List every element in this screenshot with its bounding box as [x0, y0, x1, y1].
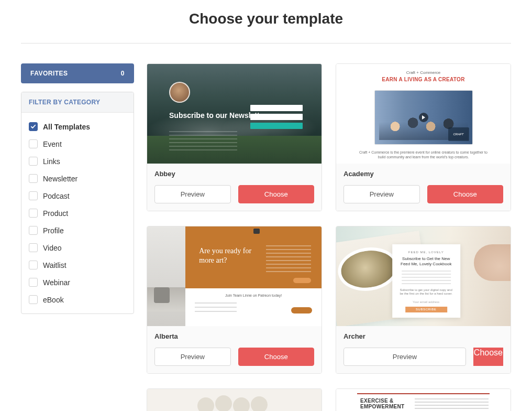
checkbox-icon: [29, 122, 38, 131]
thumb-headline: EXERCISE & EMPOWERMENT: [360, 398, 404, 409]
filter-panel: FILTER BY CATEGORY All Templates Event: [21, 92, 134, 314]
thumb-subtext: Subscribe to get your digital copy and b…: [398, 288, 454, 296]
page-title: Choose your template: [21, 0, 511, 43]
filter-product[interactable]: Product: [29, 207, 126, 220]
thumb-headline: Subscribe to Get the New Feed Me, Lovely…: [398, 256, 454, 266]
thumb-kicker: Craft + Commerce: [336, 70, 511, 75]
filter-links[interactable]: Links: [29, 155, 126, 168]
filter-ebook[interactable]: eBook: [29, 293, 126, 306]
filter-all-templates[interactable]: All Templates: [29, 120, 126, 133]
checkbox-icon: [29, 295, 38, 304]
filter-event[interactable]: Event: [29, 137, 126, 150]
filter-label: Newsletter: [43, 175, 77, 183]
thumb-subtitle: Join Team Linne on Patreon today!: [195, 294, 312, 297]
template-card-partial-right: EXERCISE & EMPOWERMENT: [336, 388, 511, 411]
thumb-email-label: Your email address: [398, 300, 454, 304]
preview-button[interactable]: Preview: [154, 348, 231, 366]
filter-label: Podcast: [43, 192, 70, 200]
preview-button[interactable]: Preview: [154, 185, 231, 203]
template-name: Abbey: [154, 170, 314, 178]
filter-label: Event: [43, 140, 62, 148]
sidebar: FAVORITES 0 FILTER BY CATEGORY All Templ…: [21, 63, 134, 314]
divider: [21, 43, 511, 44]
filter-podcast[interactable]: Podcast: [29, 189, 126, 202]
template-thumbnail[interactable]: Are you ready for more art? Join Team Li…: [147, 226, 322, 326]
preview-button[interactable]: Preview: [343, 348, 466, 366]
template-name: Academy: [343, 170, 503, 178]
thumb-brand: FEED ME, LOVELY: [398, 251, 454, 254]
favorites-tab[interactable]: FAVORITES 0: [21, 63, 134, 83]
choose-button[interactable]: Choose: [238, 185, 315, 203]
template-name: Alberta: [154, 332, 314, 340]
checkbox-icon: [29, 261, 38, 269]
template-thumbnail[interactable]: FEED ME, LOVELY Subscribe to Get the New…: [336, 226, 511, 326]
checkbox-icon: [29, 139, 38, 148]
thumb-title: EARN A LIVING AS A CREATOR: [336, 77, 511, 82]
checkbox-icon: [29, 226, 38, 235]
template-thumbnail[interactable]: Subscribe to our Newsletter: [147, 64, 322, 164]
filter-label: Webinar: [43, 278, 70, 287]
thumb-caption: Craft + Commerce is the premiere event f…: [357, 150, 490, 159]
preview-button[interactable]: Preview: [343, 185, 420, 203]
choose-button[interactable]: Choose: [427, 185, 504, 203]
choose-button[interactable]: Choose: [238, 348, 315, 366]
filter-label: Links: [43, 157, 60, 166]
checkbox-icon: [29, 191, 38, 200]
filter-label: Product: [43, 209, 68, 218]
choose-button[interactable]: Choose: [473, 348, 503, 366]
filter-newsletter[interactable]: Newsletter: [29, 172, 126, 185]
play-icon: [419, 113, 428, 122]
template-thumbnail[interactable]: Craft + Commerce EARN A LIVING AS A CREA…: [336, 64, 511, 164]
favorites-count: 0: [121, 70, 125, 77]
checkbox-icon: [29, 278, 38, 287]
filter-label: eBook: [43, 296, 64, 304]
filter-profile[interactable]: Profile: [29, 224, 126, 237]
checkbox-icon: [29, 157, 38, 166]
filter-video[interactable]: Video: [29, 241, 126, 254]
avatar-icon: [169, 82, 190, 103]
filter-header: FILTER BY CATEGORY: [21, 92, 134, 113]
template-thumbnail[interactable]: EXERCISE & EMPOWERMENT: [336, 389, 511, 411]
filter-waitlist[interactable]: Waitlist: [29, 258, 126, 272]
filter-list: All Templates Event Links Newsletter: [21, 113, 134, 313]
favorites-label: FAVORITES: [30, 70, 68, 77]
filter-label: Waitlist: [43, 261, 66, 269]
template-card-archer: FEED ME, LOVELY Subscribe to Get the New…: [336, 226, 511, 374]
checkbox-icon: [29, 243, 38, 252]
template-thumbnail[interactable]: [147, 389, 322, 411]
filter-webinar[interactable]: Webinar: [29, 276, 126, 289]
thumb-headline: Are you ready for more art?: [199, 246, 257, 265]
template-card-abbey: Subscribe to our Newsletter Abbey Previe…: [147, 63, 322, 211]
template-grid: Subscribe to our Newsletter Abbey Previe…: [147, 63, 511, 411]
template-card-academy: Craft + Commerce EARN A LIVING AS A CREA…: [336, 63, 511, 211]
template-name: Archer: [343, 332, 503, 340]
thumb-cta: SUBSCRIBE: [405, 307, 447, 312]
filter-label: Profile: [43, 226, 64, 235]
template-card-partial-left: [147, 388, 322, 411]
play-icon: [253, 229, 260, 234]
template-card-alberta: Are you ready for more art? Join Team Li…: [147, 226, 322, 374]
filter-label: Video: [43, 244, 62, 252]
checkbox-icon: [29, 174, 38, 183]
checkbox-icon: [29, 209, 38, 218]
video-badge: CRAFT: [448, 127, 469, 141]
filter-label: All Templates: [43, 123, 90, 131]
